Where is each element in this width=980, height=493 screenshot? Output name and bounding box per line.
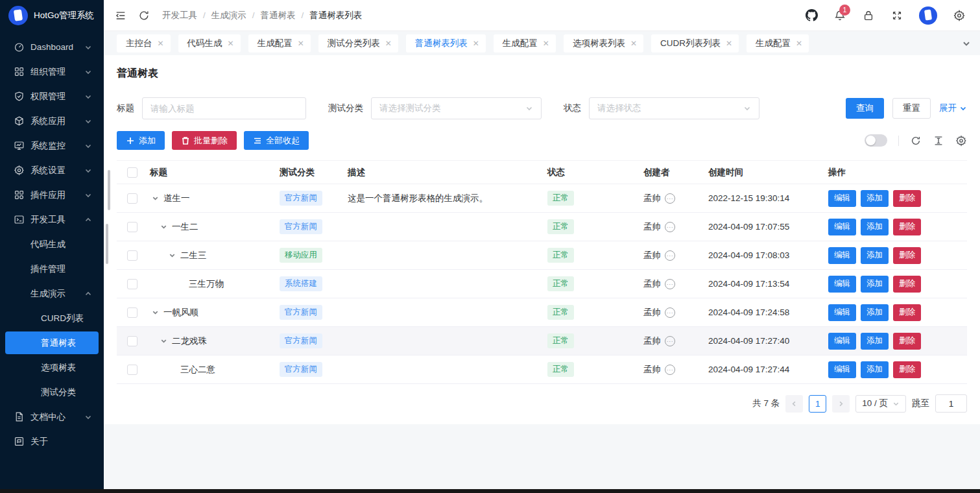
status-filter-select[interactable]: 请选择状态 bbox=[589, 97, 759, 119]
sidebar-item-系统监控[interactable]: 系统监控 bbox=[5, 134, 99, 157]
creator-info-icon[interactable]: ··· bbox=[665, 365, 675, 375]
settings-gear-icon[interactable] bbox=[953, 9, 966, 22]
add-child-button[interactable]: 添加 bbox=[861, 219, 889, 235]
row-checkbox[interactable] bbox=[127, 193, 137, 204]
row-checkbox[interactable] bbox=[127, 279, 137, 289]
tab-CUDR列表列表[interactable]: CUDR列表列表✕ bbox=[651, 34, 739, 53]
edit-row-button[interactable]: 编辑 bbox=[828, 333, 856, 350]
jump-to-input[interactable] bbox=[935, 394, 967, 413]
sidebar-item-CURD列表[interactable]: CURD列表 bbox=[5, 307, 99, 330]
tab-close-icon[interactable]: ✕ bbox=[630, 39, 637, 48]
edit-row-button[interactable]: 编辑 bbox=[828, 304, 856, 321]
tab-close-icon[interactable]: ✕ bbox=[298, 39, 304, 48]
delete-row-button[interactable]: 删除 bbox=[893, 190, 921, 207]
striped-toggle[interactable] bbox=[865, 134, 887, 147]
tree-expand-icon[interactable] bbox=[167, 250, 177, 261]
reset-button[interactable]: 重置 bbox=[892, 98, 931, 119]
tree-expand-icon[interactable] bbox=[150, 193, 160, 204]
collapse-all-button[interactable]: 全部收起 bbox=[244, 131, 309, 150]
sidebar-item-选项树表[interactable]: 选项树表 bbox=[5, 356, 99, 379]
edit-row-button[interactable]: 编辑 bbox=[828, 276, 856, 293]
tab-选项树表列表[interactable]: 选项树表列表✕ bbox=[564, 34, 643, 53]
prev-page-button[interactable] bbox=[785, 395, 803, 413]
collapse-sidebar-icon[interactable] bbox=[114, 9, 127, 22]
creator-info-icon[interactable]: ··· bbox=[665, 279, 675, 289]
sidebar-item-系统应用[interactable]: 系统应用 bbox=[5, 110, 99, 132]
sidebar-scrollbar-thumb[interactable] bbox=[106, 224, 108, 264]
sidebar-item-Dashboard[interactable]: Dashboard bbox=[5, 36, 99, 58]
tree-expand-icon[interactable] bbox=[150, 307, 160, 318]
sidebar-item-开发工具[interactable]: 开发工具 bbox=[5, 208, 99, 231]
add-child-button[interactable]: 添加 bbox=[861, 304, 889, 321]
notifications-button[interactable]: 1 bbox=[833, 9, 846, 22]
delete-row-button[interactable]: 删除 bbox=[893, 333, 921, 350]
tab-close-icon[interactable]: ✕ bbox=[473, 39, 479, 48]
add-child-button[interactable]: 添加 bbox=[861, 190, 889, 207]
delete-row-button[interactable]: 删除 bbox=[893, 304, 921, 321]
tab-生成配置[interactable]: 生成配置✕ bbox=[248, 34, 311, 53]
sidebar-item-关于[interactable]: 关于 bbox=[5, 430, 99, 453]
add-child-button[interactable]: 添加 bbox=[861, 333, 889, 350]
edit-row-button[interactable]: 编辑 bbox=[828, 219, 856, 235]
sidebar-item-普通树表[interactable]: 普通树表 bbox=[5, 331, 99, 354]
sidebar-item-系统设置[interactable]: 系统设置 bbox=[5, 159, 99, 182]
creator-info-icon[interactable]: ··· bbox=[665, 193, 675, 204]
sidebar-item-权限管理[interactable]: 权限管理 bbox=[5, 85, 99, 108]
sidebar-item-生成演示[interactable]: 生成演示 bbox=[5, 282, 99, 305]
sidebar-item-代码生成[interactable]: 代码生成 bbox=[5, 233, 99, 256]
delete-row-button[interactable]: 删除 bbox=[893, 276, 921, 293]
content-scrollbar-thumb[interactable] bbox=[108, 170, 110, 210]
tab-生成配置[interactable]: 生成配置✕ bbox=[747, 34, 809, 53]
tab-生成配置[interactable]: 生成配置✕ bbox=[494, 34, 556, 53]
tab-close-icon[interactable]: ✕ bbox=[158, 39, 164, 48]
tab-close-icon[interactable]: ✕ bbox=[796, 39, 802, 48]
delete-row-button[interactable]: 删除 bbox=[893, 219, 921, 235]
sidebar-item-测试分类[interactable]: 测试分类 bbox=[5, 381, 99, 403]
next-page-button[interactable] bbox=[832, 395, 850, 413]
tab-主控台[interactable]: 主控台✕ bbox=[117, 34, 171, 53]
row-checkbox[interactable] bbox=[127, 307, 137, 318]
edit-row-button[interactable]: 编辑 bbox=[828, 247, 856, 264]
column-settings-icon[interactable] bbox=[955, 135, 967, 147]
tab-close-icon[interactable]: ✕ bbox=[543, 39, 549, 48]
add-child-button[interactable]: 添加 bbox=[861, 247, 889, 264]
tab-普通树表列表[interactable]: 普通树表列表✕ bbox=[406, 34, 486, 53]
sidebar-item-插件管理[interactable]: 插件管理 bbox=[5, 258, 99, 280]
tab-代码生成[interactable]: 代码生成✕ bbox=[178, 34, 241, 53]
row-checkbox[interactable] bbox=[127, 222, 137, 232]
tab-close-icon[interactable]: ✕ bbox=[228, 39, 234, 48]
row-checkbox[interactable] bbox=[127, 336, 137, 346]
refresh-page-icon[interactable] bbox=[137, 9, 150, 22]
tree-expand-icon[interactable] bbox=[158, 336, 169, 346]
add-child-button[interactable]: 添加 bbox=[861, 276, 889, 293]
row-height-icon[interactable] bbox=[933, 135, 944, 147]
breadcrumb-item[interactable]: 普通树表列表 bbox=[309, 10, 362, 21]
breadcrumb-item[interactable]: 普通树表 bbox=[261, 10, 296, 21]
sidebar-item-插件应用[interactable]: 插件应用 bbox=[5, 184, 99, 206]
creator-info-icon[interactable]: ··· bbox=[665, 250, 675, 261]
page-size-select[interactable]: 10 / 页 bbox=[855, 395, 906, 413]
tab-list-dropdown-icon[interactable] bbox=[962, 39, 971, 48]
creator-info-icon[interactable]: ··· bbox=[665, 336, 675, 346]
tab-close-icon[interactable]: ✕ bbox=[726, 39, 732, 48]
title-filter-input[interactable] bbox=[150, 104, 298, 114]
creator-info-icon[interactable]: ··· bbox=[665, 222, 675, 232]
page-number-button[interactable]: 1 bbox=[809, 395, 826, 413]
tab-close-icon[interactable]: ✕ bbox=[385, 39, 392, 48]
lock-screen-icon[interactable] bbox=[862, 9, 875, 22]
expand-filters-link[interactable]: 展开 bbox=[939, 102, 967, 114]
breadcrumb-item[interactable]: 开发工具 bbox=[162, 10, 197, 21]
add-button[interactable]: 添加 bbox=[117, 131, 165, 150]
edit-row-button[interactable]: 编辑 bbox=[828, 190, 856, 207]
sidebar-item-文档中心[interactable]: 文档中心 bbox=[5, 405, 99, 428]
breadcrumb-item[interactable]: 生成演示 bbox=[211, 10, 246, 21]
batch-delete-button[interactable]: 批量删除 bbox=[172, 131, 237, 150]
fullscreen-icon[interactable] bbox=[890, 9, 903, 22]
sidebar-item-组织管理[interactable]: 组织管理 bbox=[5, 60, 99, 83]
category-filter-select[interactable]: 请选择测试分类 bbox=[371, 97, 542, 119]
reload-table-icon[interactable] bbox=[910, 135, 922, 147]
row-checkbox[interactable] bbox=[127, 365, 137, 375]
select-all-checkbox[interactable] bbox=[127, 167, 137, 178]
github-icon[interactable] bbox=[805, 9, 818, 22]
tab-测试分类列表[interactable]: 测试分类列表✕ bbox=[318, 34, 398, 53]
